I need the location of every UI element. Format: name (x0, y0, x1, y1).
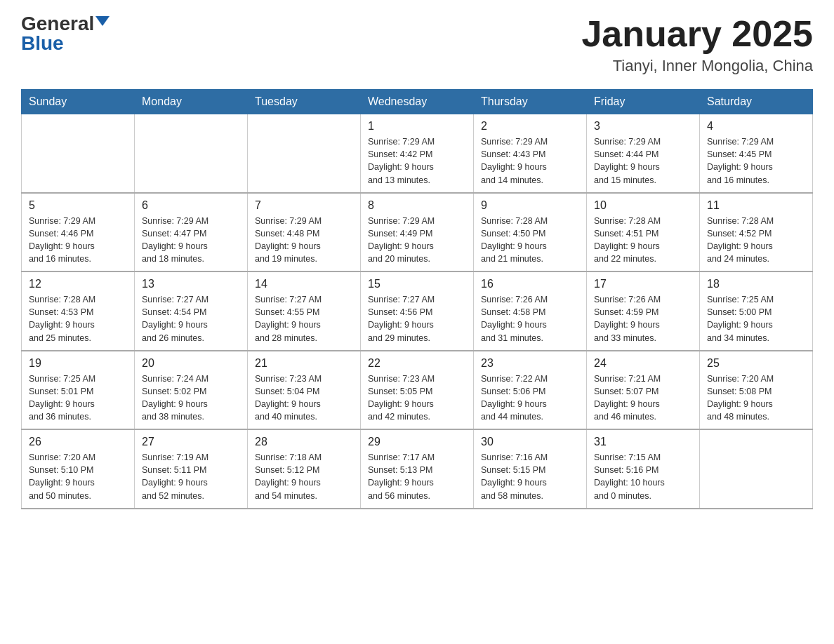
day-number: 13 (142, 278, 240, 290)
day-info: Sunrise: 7:29 AM Sunset: 4:47 PM Dayligh… (142, 215, 240, 266)
day-info: Sunrise: 7:18 AM Sunset: 5:12 PM Dayligh… (255, 451, 353, 502)
day-number: 31 (594, 436, 692, 448)
day-number: 8 (368, 199, 466, 212)
calendar-cell (135, 114, 248, 193)
calendar-week-row: 26Sunrise: 7:20 AM Sunset: 5:10 PM Dayli… (22, 429, 813, 509)
calendar-cell: 20Sunrise: 7:24 AM Sunset: 5:02 PM Dayli… (135, 351, 248, 430)
calendar-cell: 22Sunrise: 7:23 AM Sunset: 5:05 PM Dayli… (361, 351, 474, 430)
calendar-cell: 18Sunrise: 7:25 AM Sunset: 5:00 PM Dayli… (700, 271, 813, 351)
day-info: Sunrise: 7:15 AM Sunset: 5:16 PM Dayligh… (594, 451, 692, 502)
location-title: Tianyi, Inner Mongolia, China (581, 57, 813, 75)
calendar-cell: 23Sunrise: 7:22 AM Sunset: 5:06 PM Dayli… (474, 351, 587, 430)
day-info: Sunrise: 7:23 AM Sunset: 5:04 PM Dayligh… (255, 373, 353, 424)
calendar-cell: 4Sunrise: 7:29 AM Sunset: 4:45 PM Daylig… (700, 114, 813, 193)
day-number: 19 (29, 357, 127, 370)
day-info: Sunrise: 7:21 AM Sunset: 5:07 PM Dayligh… (594, 373, 692, 424)
weekday-header-monday: Monday (135, 90, 248, 114)
page-header: General Blue January 2025 Tianyi, Inner … (21, 14, 813, 75)
day-number: 16 (481, 278, 579, 290)
calendar-cell (248, 114, 361, 193)
day-info: Sunrise: 7:24 AM Sunset: 5:02 PM Dayligh… (142, 373, 240, 424)
calendar-cell: 28Sunrise: 7:18 AM Sunset: 5:12 PM Dayli… (248, 429, 361, 509)
day-number: 24 (594, 357, 692, 370)
day-number: 23 (481, 357, 579, 370)
day-info: Sunrise: 7:27 AM Sunset: 4:55 PM Dayligh… (255, 293, 353, 344)
day-info: Sunrise: 7:29 AM Sunset: 4:45 PM Dayligh… (707, 135, 805, 187)
day-info: Sunrise: 7:19 AM Sunset: 5:11 PM Dayligh… (142, 451, 240, 502)
day-info: Sunrise: 7:25 AM Sunset: 5:00 PM Dayligh… (707, 293, 805, 344)
month-title: January 2025 (581, 14, 813, 54)
calendar-cell: 14Sunrise: 7:27 AM Sunset: 4:55 PM Dayli… (248, 271, 361, 351)
calendar-cell: 1Sunrise: 7:29 AM Sunset: 4:42 PM Daylig… (361, 114, 474, 193)
calendar-cell: 15Sunrise: 7:27 AM Sunset: 4:56 PM Dayli… (361, 271, 474, 351)
title-section: January 2025 Tianyi, Inner Mongolia, Chi… (581, 14, 813, 75)
logo-general-text: General (21, 14, 94, 34)
day-info: Sunrise: 7:20 AM Sunset: 5:08 PM Dayligh… (707, 373, 805, 424)
day-number: 22 (368, 357, 466, 370)
day-info: Sunrise: 7:28 AM Sunset: 4:51 PM Dayligh… (594, 215, 692, 266)
day-number: 20 (142, 357, 240, 370)
calendar-table: SundayMondayTuesdayWednesdayThursdayFrid… (21, 89, 813, 509)
calendar-cell: 19Sunrise: 7:25 AM Sunset: 5:01 PM Dayli… (22, 351, 135, 430)
calendar-cell: 3Sunrise: 7:29 AM Sunset: 4:44 PM Daylig… (587, 114, 700, 193)
day-number: 17 (594, 278, 692, 290)
day-number: 4 (707, 120, 805, 133)
day-info: Sunrise: 7:27 AM Sunset: 4:56 PM Dayligh… (368, 293, 466, 344)
day-number: 7 (255, 199, 353, 212)
day-info: Sunrise: 7:23 AM Sunset: 5:05 PM Dayligh… (368, 373, 466, 424)
calendar-cell: 27Sunrise: 7:19 AM Sunset: 5:11 PM Dayli… (135, 429, 248, 509)
calendar-week-row: 19Sunrise: 7:25 AM Sunset: 5:01 PM Dayli… (22, 351, 813, 430)
calendar-cell: 24Sunrise: 7:21 AM Sunset: 5:07 PM Dayli… (587, 351, 700, 430)
day-info: Sunrise: 7:16 AM Sunset: 5:15 PM Dayligh… (481, 451, 579, 502)
weekday-header-row: SundayMondayTuesdayWednesdayThursdayFrid… (22, 90, 813, 114)
day-number: 27 (142, 436, 240, 448)
calendar-cell: 31Sunrise: 7:15 AM Sunset: 5:16 PM Dayli… (587, 429, 700, 509)
day-info: Sunrise: 7:28 AM Sunset: 4:50 PM Dayligh… (481, 215, 579, 266)
calendar-cell: 12Sunrise: 7:28 AM Sunset: 4:53 PM Dayli… (22, 271, 135, 351)
day-number: 25 (707, 357, 805, 370)
logo: General Blue (21, 14, 110, 53)
day-number: 26 (29, 436, 127, 448)
day-info: Sunrise: 7:22 AM Sunset: 5:06 PM Dayligh… (481, 373, 579, 424)
day-info: Sunrise: 7:29 AM Sunset: 4:48 PM Dayligh… (255, 215, 353, 266)
day-number: 18 (707, 278, 805, 290)
day-info: Sunrise: 7:29 AM Sunset: 4:43 PM Dayligh… (481, 135, 579, 187)
calendar-cell: 17Sunrise: 7:26 AM Sunset: 4:59 PM Dayli… (587, 271, 700, 351)
day-info: Sunrise: 7:29 AM Sunset: 4:42 PM Dayligh… (368, 135, 466, 187)
day-info: Sunrise: 7:29 AM Sunset: 4:46 PM Dayligh… (29, 215, 127, 266)
day-info: Sunrise: 7:25 AM Sunset: 5:01 PM Dayligh… (29, 373, 127, 424)
calendar-cell: 9Sunrise: 7:28 AM Sunset: 4:50 PM Daylig… (474, 193, 587, 272)
day-info: Sunrise: 7:26 AM Sunset: 4:58 PM Dayligh… (481, 293, 579, 344)
calendar-cell: 5Sunrise: 7:29 AM Sunset: 4:46 PM Daylig… (22, 193, 135, 272)
day-info: Sunrise: 7:28 AM Sunset: 4:53 PM Dayligh… (29, 293, 127, 344)
calendar-cell: 2Sunrise: 7:29 AM Sunset: 4:43 PM Daylig… (474, 114, 587, 193)
day-number: 10 (594, 199, 692, 212)
calendar-cell (700, 429, 813, 509)
weekday-header-wednesday: Wednesday (361, 90, 474, 114)
weekday-header-sunday: Sunday (22, 90, 135, 114)
day-number: 1 (368, 120, 466, 133)
day-number: 11 (707, 199, 805, 212)
calendar-cell (22, 114, 135, 193)
day-info: Sunrise: 7:20 AM Sunset: 5:10 PM Dayligh… (29, 451, 127, 502)
day-info: Sunrise: 7:27 AM Sunset: 4:54 PM Dayligh… (142, 293, 240, 344)
day-info: Sunrise: 7:28 AM Sunset: 4:52 PM Dayligh… (707, 215, 805, 266)
weekday-header-thursday: Thursday (474, 90, 587, 114)
weekday-header-saturday: Saturday (700, 90, 813, 114)
calendar-cell: 25Sunrise: 7:20 AM Sunset: 5:08 PM Dayli… (700, 351, 813, 430)
calendar-week-row: 12Sunrise: 7:28 AM Sunset: 4:53 PM Dayli… (22, 271, 813, 351)
day-number: 6 (142, 199, 240, 212)
day-info: Sunrise: 7:26 AM Sunset: 4:59 PM Dayligh… (594, 293, 692, 344)
day-number: 9 (481, 199, 579, 212)
day-number: 3 (594, 120, 692, 133)
calendar-cell: 26Sunrise: 7:20 AM Sunset: 5:10 PM Dayli… (22, 429, 135, 509)
day-number: 28 (255, 436, 353, 448)
day-info: Sunrise: 7:29 AM Sunset: 4:49 PM Dayligh… (368, 215, 466, 266)
calendar-cell: 16Sunrise: 7:26 AM Sunset: 4:58 PM Dayli… (474, 271, 587, 351)
day-number: 2 (481, 120, 579, 133)
calendar-cell: 21Sunrise: 7:23 AM Sunset: 5:04 PM Dayli… (248, 351, 361, 430)
calendar-cell: 7Sunrise: 7:29 AM Sunset: 4:48 PM Daylig… (248, 193, 361, 272)
calendar-week-row: 1Sunrise: 7:29 AM Sunset: 4:42 PM Daylig… (22, 114, 813, 193)
calendar-cell: 29Sunrise: 7:17 AM Sunset: 5:13 PM Dayli… (361, 429, 474, 509)
day-number: 21 (255, 357, 353, 370)
